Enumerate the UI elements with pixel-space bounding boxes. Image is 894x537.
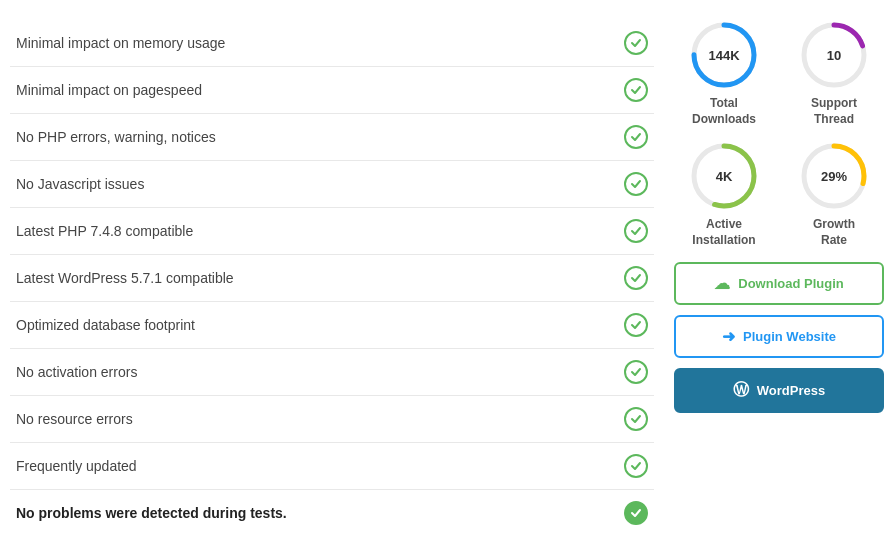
check-icon — [624, 407, 648, 431]
stats-panel: 144K TotalDownloads 10 SupportThread — [664, 20, 884, 536]
stat-item: 29% GrowthRate — [799, 141, 869, 248]
check-icon — [624, 266, 648, 290]
check-icon — [624, 219, 648, 243]
row-label: Minimal impact on pagespeed — [16, 82, 202, 98]
check-icon — [624, 31, 648, 55]
circle-value: 10 — [827, 48, 841, 63]
check-row: No problems were detected during tests. — [10, 490, 654, 536]
arrow-icon: ➜ — [722, 327, 735, 346]
stat-label: TotalDownloads — [692, 96, 756, 127]
check-icon — [624, 78, 648, 102]
check-row: Minimal impact on pagespeed — [10, 67, 654, 114]
website-button[interactable]: ➜ Plugin Website — [674, 315, 884, 358]
check-row: Optimized database footprint — [10, 302, 654, 349]
stat-label: ActiveInstallation — [692, 217, 755, 248]
stat-item: 144K TotalDownloads — [689, 20, 759, 127]
check-icon — [624, 313, 648, 337]
checklist-panel: Minimal impact on memory usage Minimal i… — [10, 20, 654, 536]
wordpress-label: WordPress — [757, 383, 825, 398]
check-row: No PHP errors, warning, notices — [10, 114, 654, 161]
check-row: No resource errors — [10, 396, 654, 443]
check-icon — [624, 360, 648, 384]
circle-value: 29% — [821, 169, 847, 184]
row-label: Optimized database footprint — [16, 317, 195, 333]
row-label: No Javascript issues — [16, 176, 144, 192]
download-icon: ☁ — [714, 274, 730, 293]
download-button[interactable]: ☁ Download Plugin — [674, 262, 884, 305]
stat-item: 10 SupportThread — [799, 20, 869, 127]
row-label: No problems were detected during tests. — [16, 505, 287, 521]
check-row: Latest WordPress 5.7.1 compatible — [10, 255, 654, 302]
row-label: No activation errors — [16, 364, 137, 380]
download-label: Download Plugin — [738, 276, 843, 291]
circle-value: 4K — [716, 169, 733, 184]
row-label: Frequently updated — [16, 458, 137, 474]
circle-stat: 29% — [799, 141, 869, 211]
wordpress-icon: Ⓦ — [733, 380, 749, 401]
check-row: No Javascript issues — [10, 161, 654, 208]
row-label: Minimal impact on memory usage — [16, 35, 225, 51]
stat-label: SupportThread — [811, 96, 857, 127]
check-icon — [624, 454, 648, 478]
main-container: Minimal impact on memory usage Minimal i… — [0, 0, 894, 537]
circle-stat: 10 — [799, 20, 869, 90]
check-icon — [624, 501, 648, 525]
check-row: Frequently updated — [10, 443, 654, 490]
check-row: No activation errors — [10, 349, 654, 396]
wordpress-button[interactable]: Ⓦ WordPress — [674, 368, 884, 413]
website-label: Plugin Website — [743, 329, 836, 344]
check-row: Minimal impact on memory usage — [10, 20, 654, 67]
circle-value: 144K — [708, 48, 739, 63]
top-stats-row: 144K TotalDownloads 10 SupportThread — [674, 20, 884, 127]
circle-stat: 4K — [689, 141, 759, 211]
circle-stat: 144K — [689, 20, 759, 90]
stat-label: GrowthRate — [813, 217, 855, 248]
row-label: No resource errors — [16, 411, 133, 427]
row-label: No PHP errors, warning, notices — [16, 129, 216, 145]
row-label: Latest PHP 7.4.8 compatible — [16, 223, 193, 239]
row-label: Latest WordPress 5.7.1 compatible — [16, 270, 234, 286]
check-row: Latest PHP 7.4.8 compatible — [10, 208, 654, 255]
stat-item: 4K ActiveInstallation — [689, 141, 759, 248]
check-icon — [624, 125, 648, 149]
bottom-stats-row: 4K ActiveInstallation 29% GrowthRate — [674, 141, 884, 248]
check-icon — [624, 172, 648, 196]
